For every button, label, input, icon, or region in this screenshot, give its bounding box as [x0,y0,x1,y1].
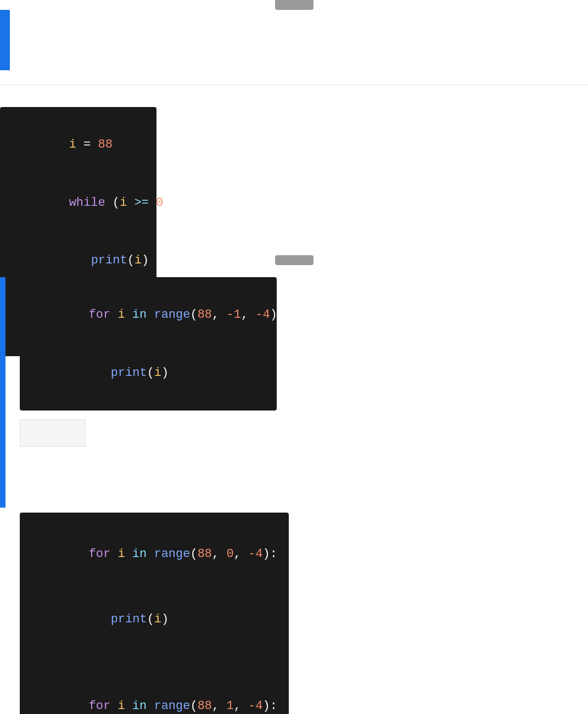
opt-line-4: for i in range(88, 1, -4): [31,673,278,714]
light-box [20,419,86,447]
keyword-while: while [69,196,105,210]
for-line-1: for i in range(88, -1, -4): [31,286,266,344]
top-bar [0,0,588,85]
code-block-options: for i in range(88, 0, -4): print(i) for … [20,513,289,714]
code-line-1: i = 88 [11,116,145,174]
section-3: for i in range(88, 0, -4): print(i) for … [20,513,588,714]
section-1: i = 88 while (i >= 0): print(i) i -= 4 [0,85,588,140]
mid-bar-button[interactable] [275,255,313,265]
opt-line-3 [31,652,278,674]
blue-accent-left [0,277,5,508]
blue-accent-bar [0,10,10,70]
section-2: for i in range(88, -1, -4): print(i) [0,277,588,480]
top-bar-button[interactable] [275,0,313,10]
main-content: i = 88 while (i >= 0): print(i) i -= 4 f… [0,85,588,714]
code-line-2: while (i >= 0): [11,174,145,232]
code-block-for-1: for i in range(88, -1, -4): print(i) [20,277,277,411]
opt-line-1: for i in range(88, 0, -4): [31,521,278,587]
opt-line-2: print(i) [31,587,278,652]
for-line-2: print(i) [31,344,266,402]
var-i: i [69,138,76,151]
